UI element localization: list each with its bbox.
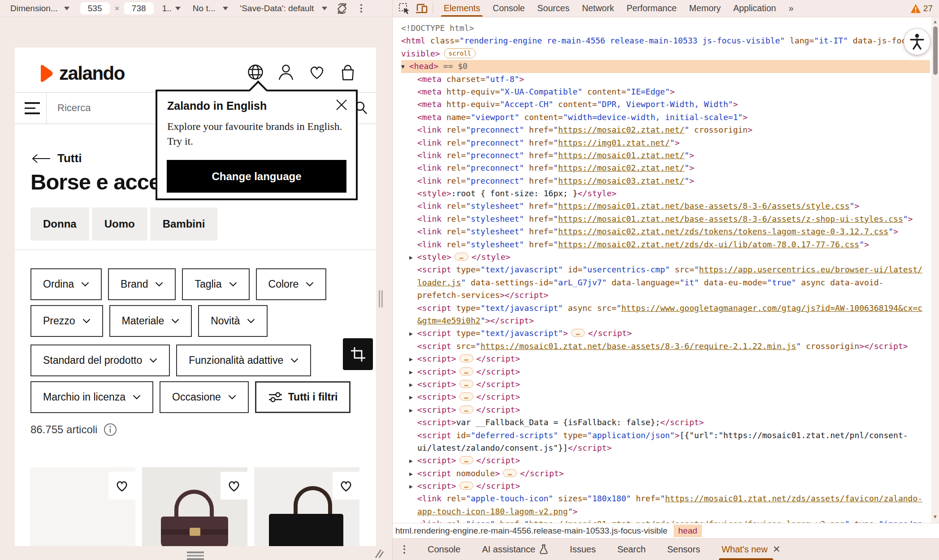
filter-prezzo[interactable]: Prezzo [30,305,103,337]
filter-colore[interactable]: Colore [256,268,327,300]
collapsed-content-icon[interactable]: … [571,329,585,337]
cart-bag-icon[interactable] [339,64,356,82]
expand-arrow-closed-icon[interactable]: ▶ [409,404,417,417]
zoom-select[interactable]: 1.. [162,4,172,13]
wishlist-button[interactable] [108,472,135,500]
scroll-down-arrow[interactable]: ▼ [931,514,939,519]
collapsed-content-icon[interactable]: … [459,367,473,375]
viewport-width-resizer[interactable] [379,290,383,307]
chevron-down-icon[interactable] [175,7,181,10]
language-globe-icon[interactable] [247,64,264,81]
viewport-height-input[interactable] [124,2,154,14]
expand-arrow-open-icon[interactable]: ▼ [401,60,409,73]
tab-sources[interactable]: Sources [531,0,576,17]
dom-tree-node[interactable]: <link rel="preconnect" href="https://mos… [401,175,930,187]
drawer-tab-issues[interactable]: Issues [569,538,597,560]
close-icon[interactable]: ✕ [773,544,781,555]
accessibility-widget-button[interactable] [904,28,930,55]
drawer-tab-console[interactable]: Console [427,538,461,560]
dom-tree-node[interactable]: <link rel="apple-touch-icon" sizes="180x… [401,492,930,505]
device-mode-toggle-icon[interactable] [415,3,428,14]
dom-tree-node[interactable]: ▶<script>…</script> [401,404,930,416]
expand-arrow-closed-icon[interactable]: ▶ [409,366,417,379]
wishlist-heart-icon[interactable] [308,64,326,81]
change-language-button[interactable]: Change language [167,160,346,193]
dom-tree-node[interactable]: ▶<script>…</script> [401,378,930,391]
dom-tree-node[interactable]: <script type="text/javascript" async src… [401,302,930,314]
inspect-element-icon[interactable] [398,3,410,14]
drawer-tab-search[interactable]: Search [616,538,646,560]
dom-tree-node[interactable]: <link rel="preconnect" href="https://mos… [401,162,930,174]
scrollbar[interactable]: ▲ ▼ [931,17,939,523]
info-icon[interactable] [104,423,117,436]
tab-performance[interactable]: Performance [620,0,683,17]
filter-novità[interactable]: Novità [198,305,268,337]
collapsed-content-icon[interactable]: … [454,253,468,261]
expand-arrow-closed-icon[interactable]: ▶ [409,379,417,391]
tab-memory[interactable]: Memory [683,0,727,17]
dom-tree-node[interactable]: <meta http-equiv="X-UA-Compatible" conte… [401,86,930,98]
collapsed-content-icon[interactable]: … [459,482,473,490]
dom-tree-node[interactable]: <meta http-equiv="Accept-CH" content="DP… [401,98,930,111]
dom-tree-node[interactable]: &gtm=4e59i0h2"></script> [401,314,930,327]
scrollbar-thumb[interactable] [933,26,938,75]
filter-ordina[interactable]: Ordina [30,268,102,300]
save-data-select[interactable]: 'Save-Data': default [240,4,314,13]
collapsed-content-icon[interactable]: … [459,392,473,401]
product-card[interactable] [142,467,247,546]
product-card[interactable] [30,467,135,546]
dom-tree-node[interactable]: app-touch-icon-180-lagom-v2.png"> [401,505,930,518]
issues-counter[interactable]: 27 [910,4,933,13]
menu-icon[interactable] [15,93,47,124]
viewport-height-resizer[interactable] [187,551,204,560]
dom-tree-node[interactable]: <meta name="viewport" content="width=dev… [401,111,930,124]
viewport-corner-resizer[interactable] [372,549,384,560]
tab-network[interactable]: Network [576,0,620,17]
dom-tree-node[interactable]: ui/latest/zalando/consent.js"}]</script> [401,442,930,454]
dom-tree-node[interactable]: <link rel="preconnect" href="https://mos… [401,124,930,136]
expand-arrow-closed-icon[interactable]: ▶ [409,251,417,264]
viewport-width-input[interactable] [80,2,110,14]
tab-application[interactable]: Application [727,0,782,17]
dom-tree-node[interactable]: ▶<script>…</script> [401,391,930,403]
dom-tree-node[interactable]: <html class="rendering-engine re-main-45… [401,34,930,47]
chevron-down-icon[interactable] [322,7,327,10]
dom-tree-node[interactable]: <script type="text/javascript" id="userc… [401,263,930,276]
filter-taglia[interactable]: Taglia [182,268,249,300]
dom-tree-node[interactable]: ▶<script>…</script> [401,366,930,378]
breadcrumb-head-crumb[interactable]: head [674,525,701,537]
filter-materiale[interactable]: Materiale [109,305,192,337]
chip-bambini[interactable]: Bambini [150,207,218,241]
collapsed-content-icon[interactable]: … [459,456,473,464]
chevron-down-icon[interactable] [64,7,69,10]
tab-elements[interactable]: Elements [437,0,486,17]
dom-tree-node[interactable]: <script>var __Fallback_Data = {isFallbac… [401,416,930,429]
expand-arrow-closed-icon[interactable]: ▶ [409,327,417,340]
tab-»[interactable]: » [782,0,800,17]
collapsed-content-icon[interactable]: … [459,405,473,414]
expand-arrow-closed-icon[interactable]: ▶ [409,353,417,366]
tab-console[interactable]: Console [486,0,531,17]
drawer-tab-sensors[interactable]: Sensors [666,538,701,560]
screenshot-widget-button[interactable] [343,338,373,370]
chevron-down-icon[interactable] [223,7,228,10]
collapsed-content-icon[interactable]: … [503,469,517,477]
product-card[interactable] [254,467,359,546]
dom-tree-node[interactable]: ▶<script nomodule>…</script> [401,467,930,480]
account-icon[interactable] [277,64,294,82]
chip-uomo[interactable]: Uomo [92,207,147,241]
filter-brand[interactable]: Brand [108,268,176,300]
dom-tree-node[interactable]: <link rel="stylesheet" href="https://mos… [401,200,930,212]
wishlist-button[interactable] [333,472,359,500]
dom-tree-node[interactable]: <style>:root { font-size: 16px; }</style… [401,187,930,200]
dom-tree-node[interactable]: ▶<script>…</script> [401,480,930,492]
dom-tree-node[interactable]: prefetch-services></script> [401,289,930,302]
drawer-tab-ai-assistance[interactable]: AI assistance [481,538,549,560]
dom-tree-node[interactable]: <link rel="preconnect" href="https://mos… [401,149,930,162]
device-toolbar-menu-icon[interactable] [359,2,364,14]
zalando-logo[interactable]: zalando [39,63,125,84]
expand-arrow-closed-icon[interactable]: ▶ [409,468,417,480]
drawer-tab-what-s-new[interactable]: What's new✕ [721,538,781,560]
filter-marchio-in-licenza[interactable]: Marchio in licenza [30,381,153,413]
expand-arrow-closed-icon[interactable]: ▶ [409,391,417,404]
